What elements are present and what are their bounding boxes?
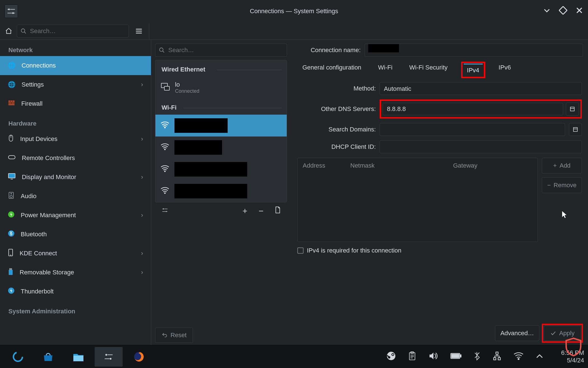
remove-connection-button[interactable]: − xyxy=(258,206,263,216)
dhcp-client-id-input[interactable] xyxy=(380,140,582,153)
connection-item-wifi-1[interactable] xyxy=(155,115,287,136)
connection-item-wifi-4[interactable] xyxy=(155,180,287,202)
tab-ipv6[interactable]: IPv6 xyxy=(495,62,514,78)
tray-network-wired-icon[interactable] xyxy=(493,351,501,362)
sidebar-item-label: Firewall xyxy=(21,100,143,107)
sidebar-item-label: Audio xyxy=(21,193,143,200)
sidebar-item-display-monitor[interactable]: Display and Monitor › xyxy=(0,168,151,187)
svg-point-42 xyxy=(165,171,165,172)
wifi-icon xyxy=(160,187,169,196)
sidebar-item-input-devices[interactable]: Input Devices › xyxy=(0,129,151,149)
highlight-dns-row xyxy=(380,99,582,119)
sidebar-item-kde-connect[interactable]: KDE Connect › xyxy=(0,244,151,263)
sidebar-item-remote-controllers[interactable]: Remote Controllers xyxy=(0,149,151,168)
sidebar-item-label: Connections xyxy=(22,62,143,69)
sidebar-search[interactable] xyxy=(17,25,129,38)
svg-point-9 xyxy=(21,29,25,32)
dns-servers-input[interactable] xyxy=(383,103,563,115)
svg-rect-34 xyxy=(9,270,13,275)
sidebar-search-input[interactable] xyxy=(29,27,125,35)
check-icon xyxy=(550,330,556,336)
sidebar-item-connections[interactable]: 🌐 Connections xyxy=(0,56,151,75)
app-icon xyxy=(4,4,18,18)
taskbar-item-store[interactable] xyxy=(34,347,62,367)
app-launcher-button[interactable] xyxy=(4,347,32,367)
search-icon xyxy=(20,28,27,34)
tray-wifi-icon[interactable] xyxy=(514,352,524,362)
connection-item-wifi-2[interactable] xyxy=(155,136,287,158)
dns-label: Other DNS Servers: xyxy=(297,105,376,113)
sidebar-item-power-management[interactable]: Power Management › xyxy=(0,206,151,225)
remove-address-button[interactable]: −Remove xyxy=(542,177,582,193)
home-button[interactable] xyxy=(4,26,13,36)
tray-battery-icon[interactable] xyxy=(450,353,461,361)
connection-item-lo[interactable]: lo Connected xyxy=(155,77,287,98)
search-domains-input[interactable] xyxy=(380,123,565,136)
section-header-network: Network xyxy=(0,40,151,56)
svg-point-28 xyxy=(11,193,12,194)
window-minimize-icon[interactable] xyxy=(543,6,551,16)
bluetooth-icon xyxy=(8,230,15,239)
tab-general-configuration[interactable]: General configuration xyxy=(299,62,365,78)
connection-search[interactable] xyxy=(155,44,287,57)
sidebar-item-label: Thunderbolt xyxy=(21,288,143,295)
connection-name: lo xyxy=(175,81,199,88)
taskbar-clock[interactable]: 6:56 PM 5/4/24 xyxy=(561,349,584,364)
sidebar-item-settings[interactable]: 🌐 Settings › xyxy=(0,75,151,94)
sidebar-item-thunderbolt[interactable]: Thunderbolt xyxy=(0,282,151,301)
ipv4-required-checkbox[interactable] xyxy=(297,247,304,254)
svg-rect-33 xyxy=(9,268,12,270)
redacted-connection-name xyxy=(368,44,399,52)
tray-steam-icon[interactable] xyxy=(386,351,396,362)
apply-button[interactable]: Apply xyxy=(544,326,581,341)
chevron-right-icon: › xyxy=(141,135,143,143)
window-title: Connections — System Settings xyxy=(0,8,588,15)
hamburger-menu-button[interactable] xyxy=(133,26,144,37)
svg-point-3 xyxy=(12,12,14,14)
reset-button[interactable]: Reset xyxy=(155,328,193,343)
tray-clipboard-icon[interactable] xyxy=(408,351,416,362)
redacted-ssid xyxy=(174,184,247,198)
tab-wifi-security[interactable]: Wi-Fi Security xyxy=(406,62,451,78)
tray-bluetooth-icon[interactable] xyxy=(474,351,480,362)
search-domains-edit-button[interactable] xyxy=(569,123,582,136)
svg-point-54 xyxy=(13,352,22,361)
method-select[interactable]: Automatic xyxy=(380,82,582,95)
svg-rect-6 xyxy=(559,6,567,14)
tray-volume-icon[interactable] xyxy=(428,352,438,362)
method-label: Method: xyxy=(297,85,376,92)
taskbar-item-firefox[interactable] xyxy=(125,347,153,367)
add-address-button[interactable]: +Add xyxy=(542,158,582,173)
section-header-hardware: Hardware xyxy=(0,113,151,129)
sidebar-item-firewall[interactable]: Firewall xyxy=(0,94,151,113)
configure-icon[interactable] xyxy=(161,207,169,215)
add-connection-button[interactable]: + xyxy=(242,206,248,216)
svg-rect-50 xyxy=(570,107,574,111)
tab-ipv4[interactable]: IPv4 xyxy=(464,64,483,76)
window-maximize-icon[interactable] xyxy=(559,6,567,16)
tab-wifi[interactable]: Wi-Fi xyxy=(375,62,396,78)
svg-point-56 xyxy=(105,354,107,355)
connection-name-input[interactable] xyxy=(365,44,583,57)
export-connection-button[interactable] xyxy=(275,206,281,216)
address-table[interactable]: Address Netmask Gateway xyxy=(297,158,538,242)
plus-icon: + xyxy=(553,162,557,169)
connection-item-wifi-3[interactable] xyxy=(155,158,287,180)
taskbar-item-system-settings[interactable] xyxy=(95,347,123,367)
clock-time: 6:56 PM xyxy=(561,349,584,357)
sidebar-item-audio[interactable]: Audio xyxy=(0,187,151,206)
sidebar-item-removable-storage[interactable]: Removable Storage › xyxy=(0,263,151,282)
svg-line-10 xyxy=(24,32,26,33)
undo-icon xyxy=(162,332,168,338)
svg-rect-71 xyxy=(460,355,461,357)
dns-edit-button[interactable] xyxy=(566,103,579,115)
sidebar-item-label: Settings xyxy=(22,81,135,88)
sidebar-item-bluetooth[interactable]: Bluetooth xyxy=(0,225,151,244)
connection-search-input[interactable] xyxy=(168,46,283,54)
window-close-icon[interactable] xyxy=(575,6,584,16)
tray-expand-icon[interactable] xyxy=(536,353,543,360)
advanced-button[interactable]: Advanced… xyxy=(495,325,539,341)
sidebar-item-label: Remote Controllers xyxy=(22,154,143,162)
taskbar-item-files[interactable] xyxy=(64,347,92,367)
clock-date: 5/4/24 xyxy=(567,357,584,364)
